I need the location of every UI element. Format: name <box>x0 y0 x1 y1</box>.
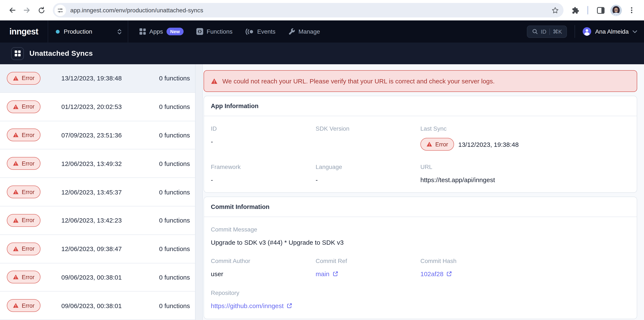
toolbar-divider <box>587 6 588 14</box>
nav-item-label: Manage <box>298 28 320 35</box>
status-label: Error <box>22 189 34 195</box>
browser-action-icons <box>568 3 639 17</box>
warning-triangle-icon <box>13 246 19 252</box>
function-count: 0 functions <box>159 188 190 196</box>
functions-icon <box>196 28 203 35</box>
app-information-card: App Information ID - SDK Version Last Sy… <box>204 96 637 193</box>
browser-forward-button[interactable] <box>20 3 34 17</box>
function-count: 0 functions <box>159 103 190 110</box>
status-label: Error <box>22 303 34 309</box>
status-label: Error <box>22 160 34 167</box>
search-divider <box>549 28 550 35</box>
url-text[interactable]: app.inngest.com/env/production/unattache… <box>70 7 551 14</box>
field-commit-author: Commit Author user <box>211 258 316 278</box>
nav-menu: Apps New Functions Events Manage <box>128 20 331 42</box>
nav-divider <box>575 25 575 38</box>
field-label: Language <box>316 163 420 170</box>
warning-triangle-icon <box>13 217 19 223</box>
events-signal-icon <box>245 28 254 35</box>
sync-list: Error 13/12/2023, 19:38:48 0 functions E… <box>0 64 195 320</box>
sync-list-item[interactable]: Error 12/06/2023, 09:38:47 0 functions <box>0 235 195 263</box>
nav-item-functions[interactable]: Functions <box>196 28 232 35</box>
sync-date: 09/06/2023, 00:38:01 <box>61 302 159 309</box>
environment-selector[interactable]: Production <box>48 20 128 42</box>
nav-item-manage[interactable]: Manage <box>288 28 320 35</box>
function-count: 0 functions <box>159 302 190 309</box>
warning-triangle-icon <box>211 78 218 84</box>
field-value: - <box>211 138 316 145</box>
status-label: Error <box>22 75 34 81</box>
field-label: Commit Message <box>211 226 630 233</box>
commit-ref-link[interactable]: main <box>316 270 338 278</box>
search-command-button[interactable]: ID ⌘K <box>527 25 567 38</box>
function-count: 0 functions <box>159 131 190 139</box>
function-count: 0 functions <box>159 160 190 167</box>
status-label: Error <box>22 217 34 224</box>
profile-photo <box>610 4 622 16</box>
app-url-value: https://test.app/api/inngest <box>420 176 630 183</box>
user-menu[interactable]: Ana Almeida <box>583 27 637 36</box>
sync-list-item[interactable]: Error 01/12/2023, 20:02:53 0 functions <box>0 93 195 121</box>
browser-reload-button[interactable] <box>34 3 48 17</box>
browser-back-button[interactable] <box>5 3 20 17</box>
commit-hash-link[interactable]: 102af28 <box>420 270 452 278</box>
sync-list-item[interactable]: Error 12/06/2023, 13:49:32 0 functions <box>0 150 195 178</box>
status-badge: Error <box>7 299 40 312</box>
sync-list-item[interactable]: Error 09/06/2023, 00:38:01 0 functions <box>0 292 195 320</box>
field-last-sync: Last Sync Error 13/12/2023, 19:38:48 <box>420 125 630 151</box>
nav-item-events[interactable]: Events <box>245 28 276 35</box>
browser-menu-button[interactable] <box>624 3 639 17</box>
app-top-nav: inngest Production Apps New Functions Ev… <box>0 20 644 42</box>
extensions-button[interactable] <box>568 3 582 17</box>
error-banner-message: We could not reach your URL. Please veri… <box>222 77 495 85</box>
status-badge: Error <box>7 100 40 113</box>
sync-list-item[interactable]: Error 12/06/2023, 13:42:23 0 functions <box>0 206 195 235</box>
sync-list-item[interactable]: Error 09/06/2023, 00:38:01 0 functions <box>0 263 195 292</box>
user-name: Ana Almeida <box>595 28 629 35</box>
manage-wrench-icon <box>288 28 295 35</box>
function-count: 0 functions <box>159 217 190 224</box>
inngest-logo[interactable]: inngest <box>0 20 48 42</box>
user-avatar-icon <box>583 27 592 36</box>
status-badge: Error <box>7 72 40 85</box>
unattached-syncs-icon <box>11 47 24 60</box>
last-sync-date: 13/12/2023, 19:38:48 <box>458 141 519 148</box>
bookmark-star-icon[interactable] <box>551 6 559 14</box>
site-settings-icon[interactable] <box>54 4 66 16</box>
field-sdk-version: SDK Version <box>316 125 420 151</box>
list-panel-splitter[interactable] <box>195 64 203 320</box>
nav-item-label: Events <box>257 28 276 35</box>
sync-date: 07/09/2023, 23:51:36 <box>61 131 159 139</box>
field-label: ID <box>211 125 316 132</box>
nav-right-section: ID ⌘K Ana Almeida <box>527 20 644 42</box>
warning-triangle-icon <box>426 141 432 147</box>
sync-date: 13/12/2023, 19:38:48 <box>61 75 159 82</box>
sync-list-item[interactable]: Error 13/12/2023, 19:38:48 0 functions <box>0 64 195 93</box>
nav-item-apps[interactable]: Apps New <box>139 28 184 35</box>
commit-author-value: user <box>211 270 316 278</box>
warning-triangle-icon <box>13 104 19 110</box>
status-badge: Error <box>7 214 40 227</box>
status-label: Error <box>22 274 34 281</box>
browser-profile-avatar[interactable] <box>610 4 622 16</box>
external-link-icon <box>287 303 292 309</box>
side-panel-button[interactable] <box>593 3 608 17</box>
page-title: Unattached Syncs <box>30 49 93 58</box>
warning-triangle-icon <box>13 303 19 309</box>
function-count: 0 functions <box>159 274 190 281</box>
grid-glyph-icon <box>14 50 21 57</box>
field-commit-hash: Commit Hash 102af28 <box>420 258 630 278</box>
repository-link[interactable]: https://github.com/inngest <box>211 302 292 309</box>
status-label: Error <box>22 246 34 252</box>
warning-triangle-icon <box>13 161 19 167</box>
card-title: App Information <box>204 96 637 116</box>
chevron-down-icon <box>632 29 637 34</box>
sync-list-item[interactable]: Error 12/06/2023, 13:45:37 0 functions <box>0 178 195 206</box>
external-link-icon <box>446 271 452 277</box>
address-bar[interactable]: app.inngest.com/env/production/unattache… <box>53 3 564 17</box>
field-label: Last Sync <box>420 125 630 132</box>
search-id-label: ID <box>541 28 546 35</box>
sync-list-item[interactable]: Error 07/09/2023, 23:51:36 0 functions <box>0 121 195 150</box>
field-label: Commit Author <box>211 258 316 264</box>
field-label: Repository <box>211 289 630 296</box>
